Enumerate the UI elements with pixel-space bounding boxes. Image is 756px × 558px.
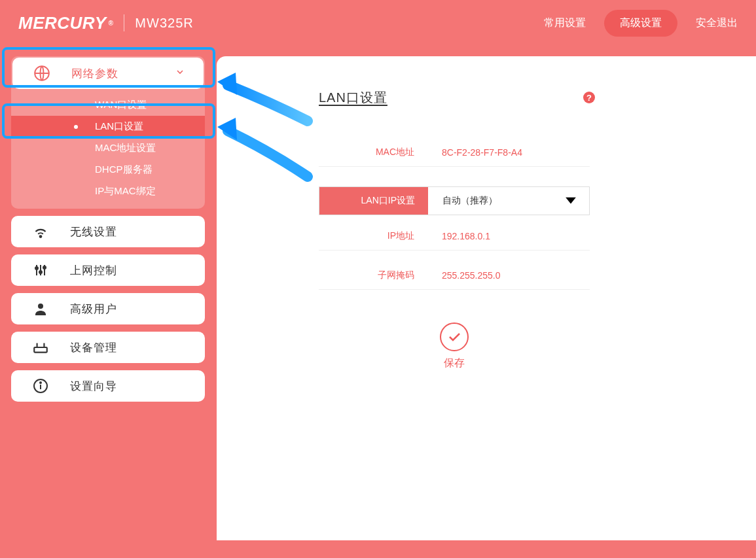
sidebar: 网络参数 WAN口设置 LAN口设置 MAC地址设置 DHCP服务器 IP与MA… xyxy=(11,46,205,540)
reg-mark: ® xyxy=(108,20,113,27)
brand-text: MERCURY xyxy=(18,13,106,33)
sidebar-label-wizard: 设置向导 xyxy=(70,379,117,394)
help-icon[interactable]: ? xyxy=(583,92,595,103)
select-lanip[interactable]: 自动（推荐） xyxy=(428,187,589,215)
svg-point-14 xyxy=(40,382,41,383)
sliders-icon xyxy=(32,262,49,279)
sidebar-head-network[interactable]: 网络参数 xyxy=(12,58,204,89)
sidebar-item-wireless[interactable]: 无线设置 xyxy=(11,216,205,247)
label-lanip: LAN口IP设置 xyxy=(319,187,428,215)
field-mac: MAC地址 8C-F2-28-F7-F8-A4 xyxy=(319,138,590,167)
save-button[interactable] xyxy=(440,323,469,351)
nav-common-settings[interactable]: 常用设置 xyxy=(544,16,586,30)
field-ip: IP地址 192.168.0.1 xyxy=(319,222,590,251)
label-ip: IP地址 xyxy=(319,230,427,242)
sidebar-label-advuser: 高级用户 xyxy=(70,302,117,317)
header-divider xyxy=(124,14,124,31)
svg-point-1 xyxy=(40,235,42,237)
save-area: 保存 xyxy=(319,323,590,370)
sidebar-item-wizard[interactable]: 设置向导 xyxy=(11,370,205,402)
svg-point-7 xyxy=(43,266,46,269)
chevron-down-icon xyxy=(175,67,185,80)
app-header: MERCURY® MW325R 常用设置 高级设置 安全退出 xyxy=(0,0,756,46)
submenu-item-ipmac[interactable]: IP与MAC绑定 xyxy=(11,181,205,202)
sidebar-item-device[interactable]: 设备管理 xyxy=(11,332,205,363)
header-nav: 常用设置 高级设置 安全退出 xyxy=(544,10,738,37)
sidebar-label-parental: 上网控制 xyxy=(70,263,117,278)
submenu-item-dhcp[interactable]: DHCP服务器 xyxy=(11,159,205,181)
dropdown-triangle-icon xyxy=(566,197,576,207)
submenu-item-lan[interactable]: LAN口设置 xyxy=(11,116,205,137)
model-label: MW325R xyxy=(135,16,193,31)
sidebar-label-device: 设备管理 xyxy=(70,340,117,355)
sidebar-label-network: 网络参数 xyxy=(71,66,118,81)
svg-marker-15 xyxy=(566,198,576,204)
submenu-network: WAN口设置 LAN口设置 MAC地址设置 DHCP服务器 IP与MAC绑定 xyxy=(11,90,205,209)
page-title: LAN口设置 xyxy=(319,89,704,107)
svg-rect-9 xyxy=(34,347,47,353)
info-icon xyxy=(32,377,49,394)
globe-icon xyxy=(33,65,50,82)
sidebar-label-wireless: 无线设置 xyxy=(70,224,117,239)
svg-point-6 xyxy=(39,271,42,273)
nav-advanced-settings[interactable]: 高级设置 xyxy=(604,10,677,37)
wifi-icon xyxy=(32,223,49,240)
field-mask: 子网掩码 255.255.255.0 xyxy=(319,261,590,290)
router-icon xyxy=(32,339,49,356)
user-icon xyxy=(32,300,49,317)
field-lanip-select[interactable]: LAN口IP设置 自动（推荐） xyxy=(319,186,590,215)
svg-point-5 xyxy=(35,267,38,270)
sidebar-item-parental[interactable]: 上网控制 xyxy=(11,254,205,286)
value-mac: 8C-F2-28-F7-F8-A4 xyxy=(427,147,590,158)
brand-logo: MERCURY® xyxy=(18,13,113,33)
sidebar-item-advuser[interactable]: 高级用户 xyxy=(11,293,205,324)
submenu-item-mac[interactable]: MAC地址设置 xyxy=(11,137,205,159)
sidebar-item-network[interactable]: 网络参数 WAN口设置 LAN口设置 MAC地址设置 DHCP服务器 IP与MA… xyxy=(11,56,205,209)
save-label: 保存 xyxy=(444,357,465,370)
nav-logout[interactable]: 安全退出 xyxy=(696,16,738,30)
value-mask: 255.255.255.0 xyxy=(427,270,590,281)
content-panel: LAN口设置 ? MAC地址 8C-F2-28-F7-F8-A4 LAN口IP设… xyxy=(217,56,756,540)
label-mac: MAC地址 xyxy=(319,147,427,158)
label-mask: 子网掩码 xyxy=(319,270,427,281)
submenu-item-wan[interactable]: WAN口设置 xyxy=(11,94,205,116)
value-lanip: 自动（推荐） xyxy=(442,195,497,207)
svg-point-8 xyxy=(38,304,43,309)
value-ip: 192.168.0.1 xyxy=(427,231,590,241)
